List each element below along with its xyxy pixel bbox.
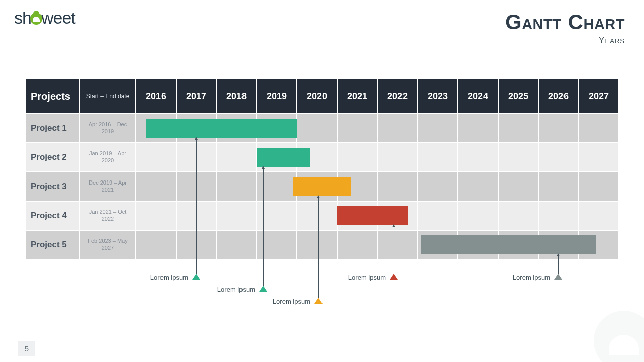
- grid-cell: [176, 230, 216, 259]
- grid-cell: [176, 143, 216, 172]
- col-header-year: 2024: [458, 78, 498, 114]
- grid-cell: [377, 230, 418, 259]
- gantt-row: Project 2 Jan 2019 – Apr 2020: [25, 143, 619, 172]
- task-dates: Feb 2023 – May 2027: [79, 230, 136, 259]
- col-header-year: 2022: [377, 78, 418, 114]
- grid-cell: [216, 172, 257, 201]
- grid-cell: [579, 201, 619, 230]
- grid-cell: [498, 143, 538, 172]
- page-title: Gantt Chart: [505, 10, 625, 34]
- grid-cell: [418, 114, 458, 143]
- task-dates: Apr 2016 – Dec 2019: [79, 114, 136, 143]
- task-dates: Jan 2019 – Apr 2020: [79, 143, 136, 172]
- task-name: Project 1: [25, 114, 79, 143]
- grid-cell: [297, 114, 337, 143]
- grid-cell: [136, 172, 176, 201]
- task-bar: [293, 177, 351, 196]
- task-timeline: [136, 143, 619, 172]
- leaf-icon: [30, 13, 42, 25]
- grid-cell: [418, 143, 458, 172]
- brand-post: weet: [41, 8, 75, 27]
- gantt-row: Project 4 Jan 2021 – Oct 2022: [25, 201, 619, 230]
- gantt-row: Project 1 Apr 2016 – Dec 2019: [25, 114, 619, 143]
- col-header-year: 2027: [579, 78, 619, 114]
- grid-cell: [377, 172, 418, 201]
- grid-cell: [458, 201, 498, 230]
- grid-cell: [216, 143, 257, 172]
- task-name: Project 2: [25, 143, 79, 172]
- grid-cell: [498, 114, 538, 143]
- task-name: Project 5: [25, 230, 79, 259]
- grid-cell: [337, 230, 377, 259]
- callout-label: Lorem ipsum: [213, 286, 255, 293]
- gantt-row: Project 5 Feb 2023 – May 2027: [25, 230, 619, 259]
- col-header-year: 2019: [257, 78, 297, 114]
- grid-cell: [579, 143, 619, 172]
- grid-cell: [136, 201, 176, 230]
- task-timeline: [136, 201, 619, 230]
- triangle-up-icon: [390, 274, 398, 280]
- task-bar: [257, 148, 310, 167]
- col-header-year: 2023: [418, 78, 458, 114]
- grid-cell: [418, 201, 458, 230]
- grid-cell: [257, 172, 297, 201]
- task-timeline: [136, 172, 619, 201]
- watermark-icon: [594, 311, 644, 362]
- grid-cell: [216, 230, 257, 259]
- grid-cell: [216, 201, 257, 230]
- col-header-year: 2026: [538, 78, 579, 114]
- grid-cell: [337, 143, 377, 172]
- page-subtitle: Years: [505, 35, 625, 46]
- triangle-up-icon: [192, 274, 200, 280]
- grid-cell: [538, 114, 579, 143]
- grid-cell: [498, 172, 538, 201]
- grid-cell: [498, 201, 538, 230]
- grid-cell: [297, 201, 337, 230]
- gantt-header-row: Projects Start – End date 2016 2017 2018…: [25, 78, 619, 114]
- callout-label: Lorem ipsum: [344, 274, 386, 281]
- grid-cell: [538, 172, 579, 201]
- col-header-year: 2016: [136, 78, 176, 114]
- task-dates: Dec 2019 – Apr 2021: [79, 172, 136, 201]
- grid-cell: [458, 114, 498, 143]
- col-header-projects: Projects: [25, 78, 79, 114]
- grid-cell: [257, 201, 297, 230]
- callout-label: Lorem ipsum: [146, 274, 188, 281]
- grid-cell: [176, 172, 216, 201]
- grid-cell: [257, 230, 297, 259]
- brand-logo: shweet: [14, 8, 75, 28]
- task-bar: [146, 119, 297, 138]
- callout-label: Lorem ipsum: [268, 298, 310, 305]
- col-header-year: 2025: [498, 78, 538, 114]
- task-dates: Jan 2021 – Oct 2022: [79, 201, 136, 230]
- grid-cell: [337, 114, 377, 143]
- triangle-up-icon: [314, 298, 323, 304]
- brand-pre: sh: [14, 8, 31, 27]
- grid-cell: [176, 201, 216, 230]
- page-number: 5: [18, 341, 35, 356]
- task-name: Project 3: [25, 172, 79, 201]
- grid-cell: [297, 230, 337, 259]
- grid-cell: [579, 172, 619, 201]
- grid-cell: [377, 143, 418, 172]
- page-title-block: Gantt Chart Years: [505, 10, 625, 46]
- col-header-year: 2017: [176, 78, 216, 114]
- triangle-up-icon: [259, 286, 267, 292]
- task-name: Project 4: [25, 201, 79, 230]
- grid-cell: [418, 172, 458, 201]
- grid-cell: [136, 230, 176, 259]
- col-header-year: 2021: [337, 78, 377, 114]
- grid-cell: [136, 143, 176, 172]
- triangle-up-icon: [554, 274, 562, 280]
- gantt-chart: Projects Start – End date 2016 2017 2018…: [25, 78, 619, 259]
- grid-cell: [579, 114, 619, 143]
- task-bar: [421, 235, 596, 254]
- grid-cell: [538, 143, 579, 172]
- gantt-row: Project 3 Dec 2019 – Apr 2021: [25, 172, 619, 201]
- col-header-dates: Start – End date: [79, 78, 136, 114]
- grid-cell: [458, 143, 498, 172]
- task-timeline: [136, 114, 619, 143]
- grid-cell: [377, 114, 418, 143]
- callout-label: Lorem ipsum: [508, 274, 550, 281]
- col-header-year: 2018: [216, 78, 257, 114]
